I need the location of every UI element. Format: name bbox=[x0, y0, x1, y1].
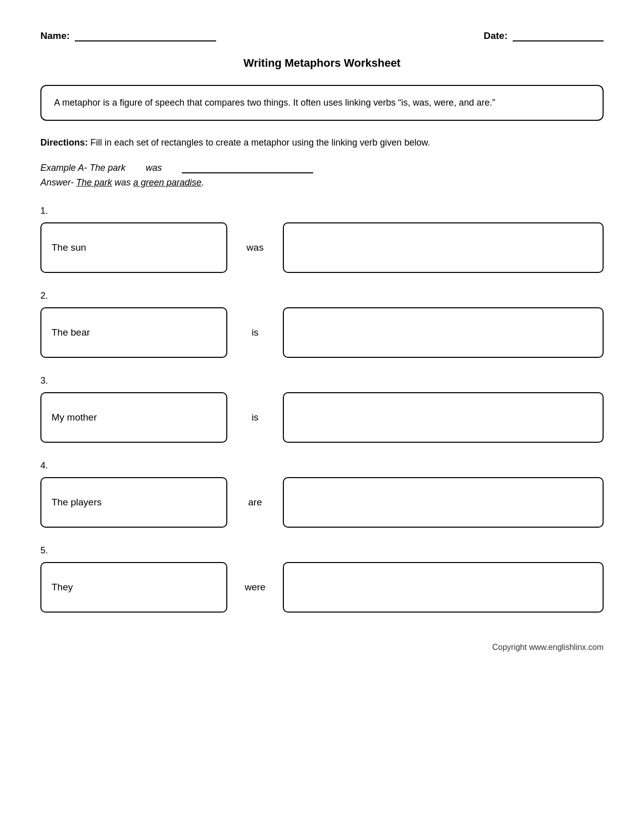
date-section: Date: bbox=[483, 30, 604, 41]
example-line-a: Example A- The park was bbox=[40, 162, 604, 173]
question-number-2: 2. bbox=[40, 291, 604, 301]
example-answer-line: Answer- The park was a green paradise. bbox=[40, 177, 604, 188]
metaphor-row-1: The sunwas bbox=[40, 222, 604, 273]
question-number-1: 1. bbox=[40, 206, 604, 216]
example-section: Example A- The park was Answer- The park… bbox=[40, 162, 604, 188]
answer-box-1[interactable] bbox=[283, 222, 604, 273]
question-5: 5.Theywere bbox=[40, 545, 604, 613]
name-section: Name: bbox=[40, 30, 216, 41]
page-title: Writing Metaphors Worksheet bbox=[40, 57, 604, 70]
metaphor-row-5: Theywere bbox=[40, 562, 604, 613]
answer-box-5[interactable] bbox=[283, 562, 604, 613]
question-1: 1.The sunwas bbox=[40, 206, 604, 273]
linking-verb-2: is bbox=[242, 327, 268, 338]
answer-box-4[interactable] bbox=[283, 477, 604, 528]
linking-verb-3: is bbox=[242, 412, 268, 423]
date-label: Date: bbox=[483, 30, 508, 41]
subject-box-5: They bbox=[40, 562, 227, 613]
definition-text: A metaphor is a figure of speech that co… bbox=[54, 98, 495, 108]
metaphor-row-3: My motheris bbox=[40, 392, 604, 443]
directions-bold: Directions: bbox=[40, 137, 88, 148]
question-4: 4.The playersare bbox=[40, 460, 604, 528]
example-verb: was bbox=[145, 163, 162, 173]
linking-verb-5: were bbox=[242, 582, 268, 593]
subject-box-1: The sun bbox=[40, 222, 227, 273]
question-number-5: 5. bbox=[40, 545, 604, 556]
name-label: Name: bbox=[40, 30, 70, 41]
directions-text: Fill in each set of rectangles to create… bbox=[88, 137, 430, 148]
answer-label: Answer- bbox=[40, 177, 74, 188]
date-underline bbox=[513, 31, 604, 41]
footer: Copyright www.englishlinx.com bbox=[40, 643, 604, 652]
header-row: Name: Date: bbox=[40, 30, 604, 41]
subject-box-3: My mother bbox=[40, 392, 227, 443]
example-label: Example A- The park bbox=[40, 163, 125, 173]
example-blank bbox=[182, 162, 313, 173]
question-number-4: 4. bbox=[40, 460, 604, 471]
subject-box-2: The bear bbox=[40, 307, 227, 358]
subject-box-4: The players bbox=[40, 477, 227, 528]
copyright-text: Copyright www.englishlinx.com bbox=[492, 643, 604, 651]
answer-box-2[interactable] bbox=[283, 307, 604, 358]
name-underline bbox=[75, 31, 216, 41]
linking-verb-1: was bbox=[242, 242, 268, 253]
metaphor-row-2: The bearis bbox=[40, 307, 604, 358]
question-3: 3.My motheris bbox=[40, 376, 604, 443]
linking-verb-4: are bbox=[242, 497, 268, 508]
definition-box: A metaphor is a figure of speech that co… bbox=[40, 85, 604, 121]
question-2: 2.The bearis bbox=[40, 291, 604, 358]
directions: Directions: Fill in each set of rectangl… bbox=[40, 136, 604, 150]
metaphor-row-4: The playersare bbox=[40, 477, 604, 528]
question-number-3: 3. bbox=[40, 376, 604, 386]
answer-box-3[interactable] bbox=[283, 392, 604, 443]
questions-container: 1.The sunwas2.The bearis3.My motheris4.T… bbox=[40, 206, 604, 613]
answer-text: The park was a green paradise. bbox=[76, 177, 204, 188]
